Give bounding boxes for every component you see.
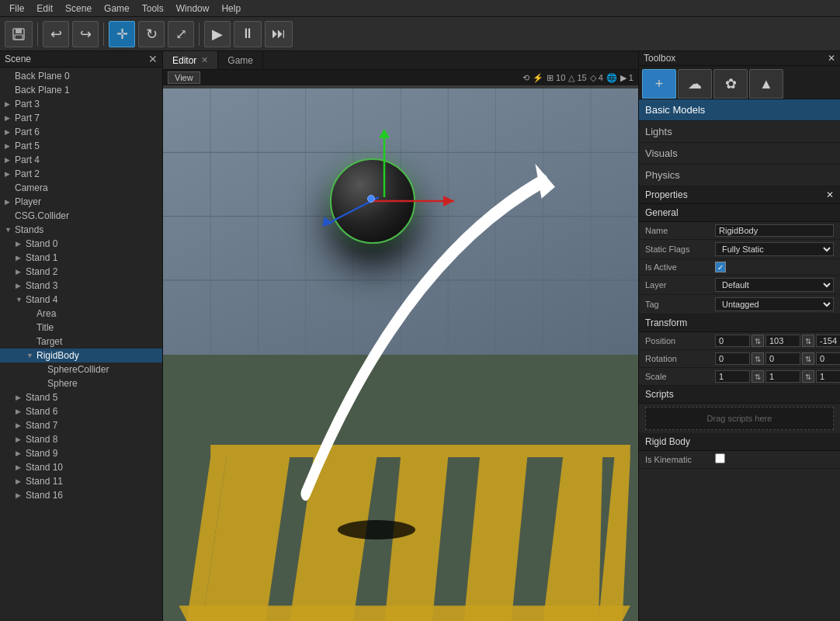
scene-tree: Back Plane 0 Back Plane 1 ▶ Part 3 ▶ Par… [0, 68, 162, 621]
prop-kinematic-label: Is Kinematic [645, 455, 715, 464]
position-x-btn[interactable]: ⇅ [751, 335, 764, 347]
position-x[interactable] [715, 335, 750, 347]
editor-tab-close[interactable]: ✕ [201, 55, 208, 65]
prop-scale-label: Scale [645, 372, 715, 381]
prop-name-input[interactable] [715, 224, 834, 237]
scale-y-btn[interactable]: ⇅ [802, 370, 814, 383]
properties-close[interactable]: ✕ [826, 189, 834, 200]
menu-file[interactable]: File [3, 2, 30, 16]
tree-item-stand-10[interactable]: ▶ Stand 10 [0, 460, 162, 474]
menu-scene[interactable]: Scene [59, 2, 98, 16]
tree-item-target[interactable]: Target [0, 335, 162, 349]
rotation-y[interactable] [765, 352, 800, 365]
tree-item-stand-0[interactable]: ▶ Stand 0 [0, 237, 162, 251]
toolbox-cat-lights[interactable]: Lights [639, 121, 840, 143]
play-button[interactable]: ▶ [204, 21, 231, 47]
step-button[interactable]: ⏭ [265, 21, 293, 47]
tree-item-back-plane-0[interactable]: Back Plane 0 [0, 69, 162, 83]
pause-button[interactable]: ⏸ [234, 21, 262, 47]
tree-item-back-plane-1[interactable]: Back Plane 1 [0, 83, 162, 97]
prop-kinematic-row: Is Kinematic [639, 451, 840, 469]
tree-item-csg.collider[interactable]: CSG.Collider [0, 209, 162, 223]
scene-panel-close[interactable]: ✕ [148, 53, 158, 65]
save-button[interactable] [5, 21, 33, 47]
scale-z[interactable] [816, 370, 840, 383]
tree-item-rigidbody[interactable]: ▼ RigidBody [0, 349, 162, 363]
prop-kinematic-value [715, 453, 834, 466]
svg-rect-2 [15, 35, 23, 40]
prop-active-value: ✓ [715, 262, 834, 272]
tree-item-stand-16[interactable]: ▶ Stand 16 [0, 488, 162, 502]
tree-item-player[interactable]: ▶ Player [0, 195, 162, 209]
toolbox-tab-terrain[interactable]: ▲ [749, 69, 783, 99]
rotation-x[interactable] [715, 352, 750, 365]
prop-name-value [715, 224, 834, 237]
scale-x[interactable] [715, 370, 750, 383]
is-kinematic-checkbox[interactable] [715, 453, 725, 463]
toolbox-close[interactable]: ✕ [828, 53, 835, 64]
toolbox-cat-basic-models[interactable]: Basic Models [639, 99, 840, 121]
tree-item-part-6[interactable]: ▶ Part 6 [0, 125, 162, 139]
position-y[interactable] [765, 335, 800, 347]
tab-game[interactable]: Game [218, 51, 263, 69]
toolbox-tab-nature[interactable]: ✿ [713, 69, 748, 99]
menu-game[interactable]: Game [98, 2, 136, 16]
tree-item-part-4[interactable]: ▶ Part 4 [0, 153, 162, 167]
rotate-button[interactable]: ↻ [138, 21, 165, 47]
tree-item-sphere[interactable]: Sphere [0, 376, 162, 390]
scale-button[interactable]: ⤢ [168, 21, 194, 47]
position-z[interactable] [816, 335, 840, 347]
prop-static-select[interactable]: Fully Static [715, 242, 834, 256]
toolbar: ↩ ↪ ✛ ↻ ⤢ ▶ ⏸ ⏭ [0, 17, 840, 51]
position-y-btn[interactable]: ⇅ [802, 335, 814, 347]
undo-button[interactable]: ↩ [43, 21, 69, 47]
scripts-drop-zone[interactable]: Drag scripts here [645, 407, 834, 430]
rigidbody-section-header: Rigid Body [639, 433, 840, 451]
tree-item-part-7[interactable]: ▶ Part 7 [0, 111, 162, 125]
prop-layer-label: Layer [645, 280, 715, 290]
tree-item-camera[interactable]: Camera [0, 181, 162, 195]
tree-item-spherecollider[interactable]: SphereCollider [0, 363, 162, 376]
tree-item-part-3[interactable]: ▶ Part 3 [0, 97, 162, 111]
tree-item-stand-3[interactable]: ▶ Stand 3 [0, 279, 162, 293]
tree-item-stand-8[interactable]: ▶ Stand 8 [0, 432, 162, 446]
tree-item-title[interactable]: Title [0, 321, 162, 335]
redo-button[interactable]: ↪ [72, 21, 99, 47]
tree-item-stand-4[interactable]: ▼ Stand 4 [0, 293, 162, 307]
tree-item-part-5[interactable]: ▶ Part 5 [0, 139, 162, 153]
scale-x-btn[interactable]: ⇅ [751, 370, 764, 383]
menu-window[interactable]: Window [170, 2, 216, 16]
toolbox-cat-visuals[interactable]: Visuals [639, 143, 840, 165]
rotation-x-btn[interactable]: ⇅ [751, 352, 764, 365]
prop-tag-select[interactable]: Untagged [715, 297, 834, 311]
prop-static-row: Static Flags Fully Static [639, 240, 840, 259]
tab-editor[interactable]: Editor ✕ [163, 51, 218, 69]
toolbox-tabs: + ☁ ✿ ▲ [639, 66, 840, 99]
tree-item-stands[interactable]: ▼ Stands [0, 223, 162, 237]
is-active-checkbox[interactable]: ✓ [715, 262, 726, 272]
tree-item-stand-5[interactable]: ▶ Stand 5 [0, 390, 162, 404]
tree-item-stand-7[interactable]: ▶ Stand 7 [0, 418, 162, 432]
toolbox-tab-mesh[interactable]: ☁ [678, 69, 712, 99]
move-button[interactable]: ✛ [109, 21, 135, 47]
toolbox-cat-physics[interactable]: Physics [639, 165, 840, 186]
tree-item-stand-2[interactable]: ▶ Stand 2 [0, 265, 162, 279]
viewport[interactable]: View ⟲ ⚡ ⊞ 10 △ 15 ◇ 4 🌐 ▶ 1 [163, 70, 638, 621]
tree-item-stand-1[interactable]: ▶ Stand 1 [0, 251, 162, 265]
toolbox-tab-add[interactable]: + [642, 69, 676, 99]
prop-active-label: Is Active [645, 262, 715, 272]
prop-layer-select[interactable]: Default [715, 278, 834, 292]
tree-item-part-2[interactable]: ▶ Part 2 [0, 167, 162, 181]
menu-help[interactable]: Help [215, 2, 247, 16]
rotation-z[interactable] [816, 352, 840, 365]
menu-edit[interactable]: Edit [30, 2, 59, 16]
prop-rotation-label: Rotation [645, 354, 715, 363]
tree-item-stand-6[interactable]: ▶ Stand 6 [0, 404, 162, 418]
tree-item-stand-11[interactable]: ▶ Stand 11 [0, 474, 162, 488]
menu-tools[interactable]: Tools [136, 2, 170, 16]
scale-y[interactable] [765, 370, 800, 383]
tree-item-area[interactable]: Area [0, 307, 162, 321]
rotation-y-btn[interactable]: ⇅ [802, 352, 814, 365]
view-button[interactable]: View [168, 71, 200, 84]
tree-item-stand-9[interactable]: ▶ Stand 9 [0, 446, 162, 460]
